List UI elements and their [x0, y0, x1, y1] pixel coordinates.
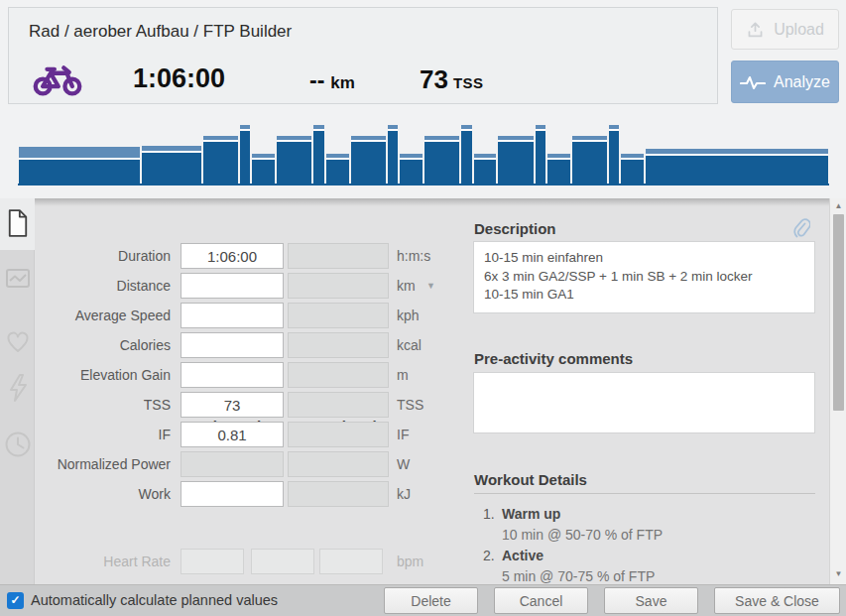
field-label: Normalized Power [20, 451, 171, 477]
bike-icon [33, 61, 82, 98]
cancel-button[interactable]: Cancel [494, 587, 588, 614]
upload-icon [746, 20, 765, 39]
unit-label: km [397, 273, 416, 299]
form-row: Elevation Gainm [0, 362, 446, 388]
attachment-paperclip-icon[interactable] [792, 218, 810, 240]
pre-activity-comments-title: Pre-activity comments [474, 350, 633, 367]
details-panel: Planned Completed Durationh:m:sDistancek… [0, 198, 846, 584]
workout-item-detail: 10 min @ 50-70 % of FTP [502, 527, 663, 543]
chart-bar [646, 149, 828, 184]
distance-unit-label: km [330, 73, 355, 92]
completed-input [288, 243, 389, 269]
form-row: WorkkJ [0, 481, 446, 507]
workout-quick-view: Rad / aerober Aufbau / FTP Builder 1:06:… [0, 0, 846, 616]
planned-distance: --km [309, 67, 355, 94]
unit-label: W [397, 451, 410, 477]
planned-input[interactable] [181, 303, 284, 328]
chart-bar [351, 136, 386, 184]
completed-input [288, 273, 389, 299]
chart-bar [572, 136, 607, 184]
heart-rate-label: Heart Rate [20, 549, 171, 574]
workout-item-name: Active [502, 548, 544, 563]
chart-bar [498, 136, 533, 184]
unit-dropdown-arrow-icon[interactable]: ▼ [426, 281, 435, 291]
chart-bar [277, 136, 311, 184]
planned-input[interactable] [181, 362, 284, 388]
footer-bar: ✓ Automatically calculate planned values… [0, 584, 846, 616]
planned-input[interactable] [181, 481, 284, 507]
heart-rate-row: Heart Rate bpm [0, 549, 436, 574]
heart-rate-max-input [319, 549, 383, 574]
form-row: Distancekm▼ [0, 273, 446, 299]
completed-input [288, 332, 389, 358]
pre-activity-comments-textarea[interactable] [473, 372, 815, 433]
upload-button: Upload [731, 9, 839, 50]
auto-calc-label: Automatically calculate planned values [31, 585, 278, 616]
form-row: Average Speedkph [0, 303, 446, 328]
field-label: Duration [20, 243, 171, 269]
workout-header: Rad / aerober Aufbau / FTP Builder 1:06:… [8, 7, 718, 104]
form-row: Normalized PowerW [0, 451, 446, 477]
unit-label: m [397, 362, 409, 388]
description-title: Description [474, 220, 556, 237]
planned-input [181, 451, 284, 477]
unit-label: kcal [397, 332, 422, 358]
workout-title: Rad / aerober Aufbau / FTP Builder [29, 22, 292, 42]
chart-bar [240, 125, 250, 184]
form-row: Calorieskcal [0, 332, 446, 358]
chart-bar [424, 136, 459, 184]
planned-input[interactable] [181, 273, 284, 299]
planned-tss: 73TSS [420, 64, 484, 95]
planned-input[interactable] [181, 392, 284, 418]
scrollbar-thumb[interactable] [833, 214, 844, 411]
workout-item-number: 2. [483, 548, 499, 563]
panel-top-shadow [0, 198, 846, 206]
analyze-button-label: Analyze [774, 73, 830, 91]
auto-calc-checkbox[interactable]: ✓ [7, 592, 24, 609]
field-label: Average Speed [20, 303, 171, 328]
document-icon [5, 208, 31, 238]
chart-bar [142, 146, 201, 184]
workout-profile-chart[interactable] [18, 116, 829, 185]
completed-input [288, 303, 389, 328]
chart-bar [252, 154, 275, 184]
chart-bar [400, 154, 423, 184]
workout-item-detail: 5 min @ 70-75 % of FTP [502, 568, 655, 584]
scroll-up-icon[interactable]: ▲ [830, 201, 846, 210]
scroll-down-icon[interactable]: ▼ [830, 569, 846, 578]
planned-input[interactable] [181, 422, 284, 447]
form-row: TSSTSS [0, 392, 446, 418]
heart-rate-avg-input [251, 549, 314, 574]
planned-distance-value: -- [309, 67, 324, 93]
unit-label: IF [397, 422, 409, 447]
vertical-scrollbar[interactable]: ▲ ▼ [829, 198, 846, 584]
workout-item-name: Warm up [502, 506, 560, 522]
description-line: 10-15 min GA1 [484, 286, 804, 305]
delete-button[interactable]: Delete [384, 587, 478, 614]
completed-input [288, 392, 389, 418]
chart-bar [313, 125, 323, 184]
field-label: IF [20, 422, 171, 447]
completed-input [288, 362, 389, 388]
analyze-button[interactable]: Analyze [731, 61, 839, 103]
workout-details-title: Workout Details [474, 471, 587, 488]
pulse-waveform-icon [740, 73, 766, 91]
description-textarea[interactable]: 10-15 min einfahren6x 3 min GA2/SSP + 1 … [473, 241, 815, 313]
chart-bar [203, 136, 238, 184]
footer-buttons: Delete Cancel Save Save & Close [384, 587, 840, 614]
planned-tss-value: 73 [420, 64, 448, 94]
completed-input [288, 422, 389, 447]
planned-input[interactable] [181, 332, 284, 358]
field-label: TSS [20, 392, 171, 418]
planned-input[interactable] [181, 243, 284, 269]
save-and-close-button[interactable]: Save & Close [714, 587, 840, 614]
upload-button-label: Upload [774, 21, 824, 39]
field-label: Distance [20, 273, 171, 299]
field-label: Elevation Gain [20, 362, 171, 388]
workout-details-divider [474, 493, 815, 494]
chart-bar [461, 125, 471, 184]
chart-bar [536, 125, 545, 184]
unit-label: TSS [397, 392, 423, 418]
chart-x-axis [18, 184, 829, 185]
save-button[interactable]: Save [604, 587, 698, 614]
